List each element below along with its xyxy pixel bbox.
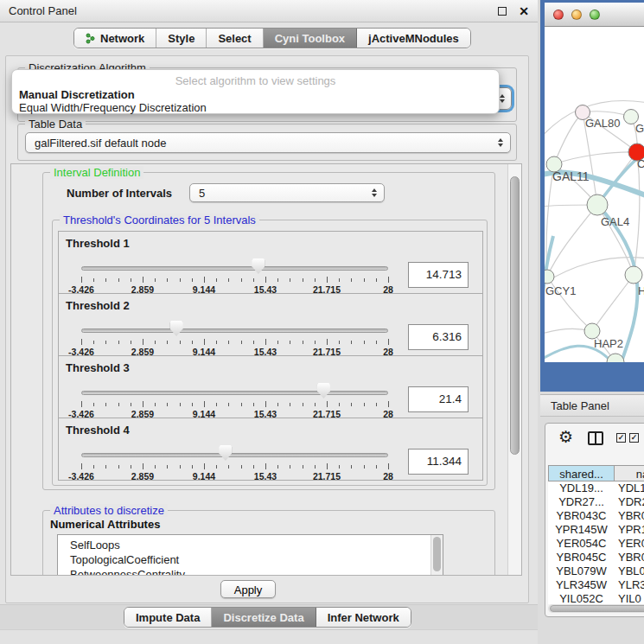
table-cell-shared-name: YDR27... [548, 495, 615, 509]
network-node-gal4[interactable] [587, 194, 608, 215]
network-edge[interactable] [554, 112, 583, 164]
option-manual-discretization[interactable]: Manual Discretization [19, 88, 135, 101]
checkbox-icon[interactable]: ✓ [629, 433, 639, 443]
column-header-name[interactable]: na [614, 465, 644, 481]
tab-discretize-data[interactable]: Discretize Data [212, 608, 316, 627]
threshold-stack: Threshold 1 -3.4262.8599.14415.4321.7152… [58, 232, 483, 481]
slider-thumb-icon[interactable] [170, 321, 183, 336]
table-row[interactable]: YPR145WYPR1 [548, 523, 644, 537]
table-row[interactable]: YDR27...YDR2 [548, 495, 644, 509]
close-icon[interactable]: ✕ [519, 7, 529, 16]
threshold-slider[interactable]: -3.4262.8599.14415.4321.71528 [81, 445, 388, 481]
network-node-gcy1[interactable] [545, 270, 554, 284]
slider-ruler [81, 463, 388, 470]
table-data-combobox[interactable]: galFiltered.sif default node [25, 132, 511, 153]
tab-cyni-toolbox[interactable]: Cyni Toolbox [264, 29, 357, 48]
checkbox-icon[interactable]: ✓ [616, 433, 626, 443]
slider-track[interactable] [81, 453, 388, 457]
network-edge[interactable] [634, 152, 640, 275]
threshold-slider[interactable]: -3.4262.8599.14415.4321.71528 [81, 321, 388, 357]
tab-network[interactable]: Network [74, 29, 156, 48]
network-edge[interactable] [547, 205, 597, 277]
table-row[interactable]: YBL079WYBL0 [548, 564, 644, 578]
network-node-h[interactable] [625, 266, 642, 284]
tab-jactivemnodules-label: jActiveMNodules [368, 32, 459, 45]
tab-style[interactable]: Style [156, 29, 207, 48]
table-row[interactable]: YER054CYER0 [548, 537, 644, 551]
slider-thumb-icon[interactable] [219, 445, 232, 461]
minimize-traffic-light-icon[interactable] [571, 10, 582, 20]
network-window-titlebar [545, 3, 644, 27]
threshold-label: Threshold 3 [66, 361, 130, 374]
slider-track[interactable] [81, 266, 388, 271]
tab-impute-data[interactable]: Impute Data [124, 608, 212, 627]
threshold-value-field[interactable]: 14.713 [408, 262, 469, 288]
control-panel-title: Control Panel [9, 4, 498, 17]
vertical-scrollbar[interactable] [507, 164, 521, 575]
numerical-attributes-list[interactable]: SelfLoops TopologicalCoefficient Between… [57, 534, 443, 576]
list-item[interactable]: SelfLoops [58, 538, 443, 552]
threshold-label: Threshold 2 [66, 299, 130, 312]
table-row[interactable]: YBR045CYBR0 [548, 551, 644, 564]
tab-style-label: Style [168, 32, 194, 45]
horizontal-scrollbar-thumb[interactable] [550, 605, 644, 612]
threshold-slider[interactable]: -3.4262.8599.14415.4321.71528 [81, 383, 388, 419]
interval-definition-group: Interval Definition Number of Intervals … [42, 172, 495, 490]
tick-label: 21.715 [313, 471, 341, 481]
table-panel: ⚙ ✓ ✓ shared... na YDL19...YDL1 YDR27...… [545, 423, 644, 617]
threshold-slider[interactable]: -3.4262.8599.14415.4321.71528 [81, 258, 388, 295]
vertical-scrollbar-thumb[interactable] [510, 176, 520, 455]
horizontal-scrollbar[interactable] [548, 604, 644, 613]
table-row[interactable]: YBR043CYBR0 [548, 509, 644, 523]
option-equal-width-frequency[interactable]: Equal Width/Frequency Discretization [19, 101, 207, 114]
float-window-icon[interactable] [498, 7, 507, 16]
apply-button[interactable]: Apply [220, 580, 276, 598]
tab-network-label: Network [100, 32, 144, 45]
table-cell-shared-name: YPR145W [548, 523, 615, 537]
table-row[interactable]: YIL052CYIL0 [548, 592, 644, 604]
threshold-value-field[interactable]: 6.316 [408, 324, 469, 350]
list-item[interactable]: BetweennessCentrality [58, 567, 443, 576]
threshold-value-field[interactable]: 21.4 [408, 386, 469, 412]
threshold-label: Threshold 1 [66, 237, 130, 250]
slider-track[interactable] [81, 391, 388, 395]
split-columns-icon[interactable] [588, 431, 603, 445]
network-edge[interactable] [554, 152, 637, 164]
network-canvas[interactable]: GAL80GCGAL11GAL4GCY1HHAP2 [545, 27, 644, 362]
threshold-panel: Threshold 4 -3.4262.8599.14415.4321.7152… [58, 418, 483, 481]
slider-thumb-icon[interactable] [252, 258, 265, 274]
gear-icon[interactable]: ⚙ [558, 427, 573, 447]
slider-ruler [81, 277, 388, 284]
list-scrollbar[interactable] [430, 535, 443, 576]
node-label: H [638, 284, 644, 297]
tab-jactivemnodules[interactable]: jActiveMNodules [357, 29, 470, 48]
table-cell-shared-name: YER054C [548, 537, 615, 551]
tab-select[interactable]: Select [207, 29, 263, 48]
network-view-window: GAL80GCGAL11GAL4GCY1HHAP2 [540, 0, 644, 392]
table-cell-name: YBR0 [615, 509, 644, 523]
settings-scroll-panel: Interval Definition Number of Intervals … [10, 163, 522, 576]
network-edge[interactable] [592, 275, 634, 331]
zoom-traffic-light-icon[interactable] [590, 10, 600, 20]
slider-track[interactable] [81, 328, 388, 333]
table-row[interactable]: YDL19...YDL1 [548, 481, 644, 495]
slider-thumb-icon[interactable] [317, 383, 330, 399]
list-item[interactable]: TopologicalCoefficient [58, 552, 443, 567]
table-cell-name: YBL0 [615, 564, 644, 578]
attributes-group: Attributes to discretize Numerical Attri… [42, 510, 495, 576]
algorithm-dropdown-popup: Select algorithm to view settings Manual… [11, 69, 500, 114]
table-panel-header: Table Panel [540, 394, 644, 417]
column-header-shared-name[interactable]: shared... [548, 465, 615, 481]
threshold-value-field[interactable]: 11.344 [408, 449, 469, 475]
network-edge[interactable] [621, 283, 637, 362]
number-of-intervals-combobox[interactable]: 5 [189, 183, 385, 202]
tab-infer-network-label: Infer Network [328, 611, 399, 624]
list-scrollbar-thumb[interactable] [433, 537, 441, 571]
table-row[interactable]: YLR345WYLR3 [548, 578, 644, 592]
table-data-group: Table Data galFiltered.sif default node [17, 124, 517, 161]
table-cell-name: YIL0 [615, 592, 641, 604]
tab-infer-network[interactable]: Infer Network [316, 608, 411, 627]
close-traffic-light-icon[interactable] [553, 10, 564, 20]
table-cell-name: YER0 [615, 537, 644, 551]
table-cell-shared-name: YBR045C [548, 551, 615, 564]
